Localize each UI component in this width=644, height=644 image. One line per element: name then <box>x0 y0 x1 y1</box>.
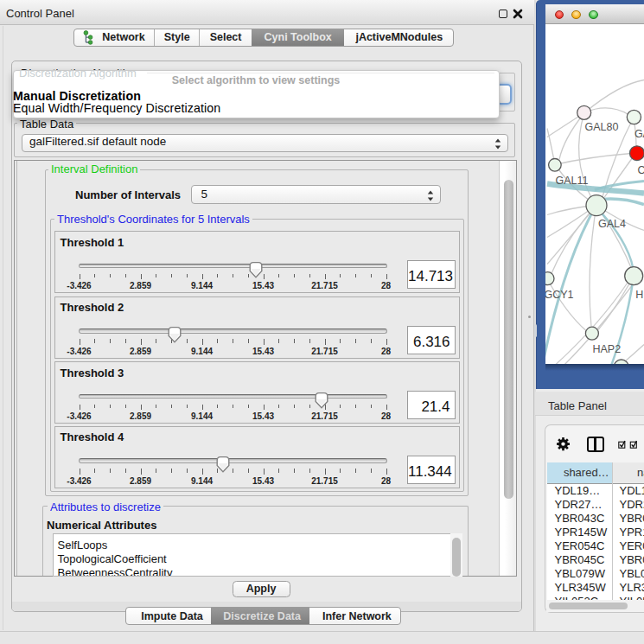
svg-text:H: H <box>635 288 643 300</box>
svg-text:GAL80: GAL80 <box>585 121 619 133</box>
svg-text:GA: GA <box>634 128 644 140</box>
svg-text:GAL11: GAL11 <box>556 174 589 186</box>
svg-text:GCY1: GCY1 <box>545 289 574 301</box>
svg-text:C: C <box>638 163 644 175</box>
svg-text:HAP2: HAP2 <box>593 342 622 354</box>
svg-text:GAL4: GAL4 <box>598 217 626 229</box>
